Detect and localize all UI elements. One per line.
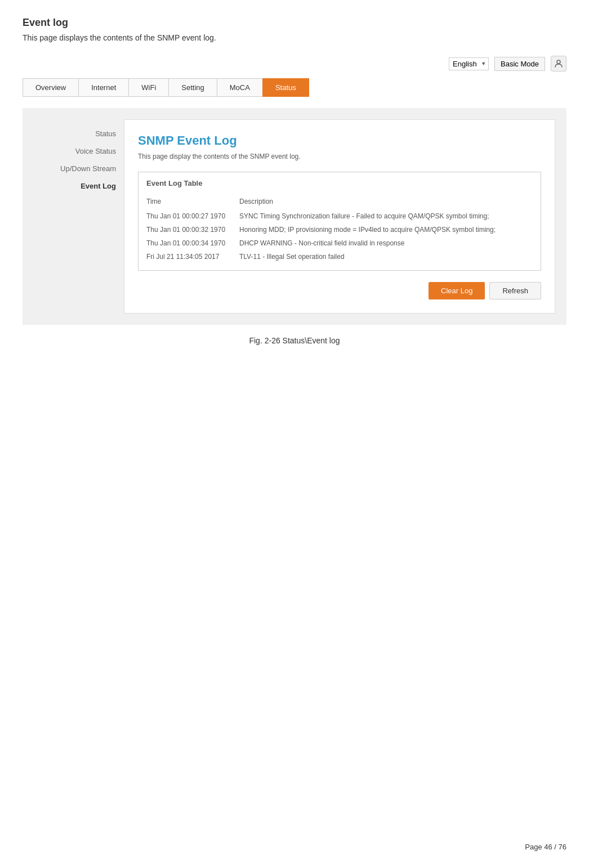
sidebar-item-status[interactable]: Status: [34, 125, 124, 142]
log-description-cell: Honoring MDD; IP provisioning mode = IPv…: [239, 223, 533, 236]
panel-title: SNMP Event Log: [138, 133, 541, 148]
sidebar-item-updown-stream[interactable]: Up/Down Stream: [34, 160, 124, 177]
svg-point-0: [557, 60, 560, 64]
sidebar: Status Voice Status Up/Down Stream Event…: [34, 119, 124, 314]
log-description-cell: SYNC Timing Synchronization failure - Fa…: [239, 210, 533, 223]
event-log-table-title: Event Log Table: [146, 179, 533, 187]
main-layout: Status Voice Status Up/Down Stream Event…: [23, 108, 566, 325]
clear-log-button[interactable]: Clear Log: [429, 282, 485, 299]
basic-mode-button[interactable]: Basic Mode: [494, 57, 545, 71]
log-time-cell: Thu Jan 01 00:00:32 1970: [146, 223, 239, 236]
log-time-cell: Fri Jul 21 11:34:05 2017: [146, 250, 239, 263]
tab-wifi[interactable]: WiFi: [128, 78, 168, 97]
button-row: Clear Log Refresh: [138, 282, 541, 299]
nav-tabs: Overview Internet WiFi Setting MoCA Stat…: [23, 78, 566, 97]
tab-overview[interactable]: Overview: [23, 78, 78, 97]
top-bar: English Basic Mode: [23, 56, 566, 71]
table-row: Thu Jan 01 00:00:27 1970SYNC Timing Sync…: [146, 210, 533, 223]
page-footer: Page 46 / 76: [525, 843, 566, 851]
col-header-time: Time: [146, 195, 239, 210]
page-heading: Event log: [23, 17, 566, 29]
col-header-description: Description: [239, 195, 533, 210]
language-select[interactable]: English: [449, 57, 489, 70]
sidebar-item-voice-status[interactable]: Voice Status: [34, 142, 124, 160]
table-row: Thu Jan 01 00:00:32 1970Honoring MDD; IP…: [146, 223, 533, 236]
table-row: Fri Jul 21 11:34:05 2017TLV-11 - Illegal…: [146, 250, 533, 263]
panel-description: This page display the contents of the SN…: [138, 153, 541, 160]
log-time-cell: Thu Jan 01 00:00:34 1970: [146, 236, 239, 250]
language-wrapper[interactable]: English: [449, 57, 489, 70]
content-panel: SNMP Event Log This page display the con…: [124, 119, 555, 314]
figure-caption: Fig. 2-26 Status\Event log: [23, 336, 566, 345]
tab-moca[interactable]: MoCA: [217, 78, 262, 97]
tab-setting[interactable]: Setting: [168, 78, 216, 97]
page-subtext: This page displays the contents of the S…: [23, 33, 566, 42]
log-description-cell: TLV-11 - Illegal Set operation failed: [239, 250, 533, 263]
log-description-cell: DHCP WARNING - Non-critical field invali…: [239, 236, 533, 250]
refresh-button[interactable]: Refresh: [489, 282, 541, 299]
tab-status[interactable]: Status: [262, 78, 309, 97]
log-table: Time Description Thu Jan 01 00:00:27 197…: [146, 195, 533, 263]
tab-internet[interactable]: Internet: [78, 78, 128, 97]
table-row: Thu Jan 01 00:00:34 1970DHCP WARNING - N…: [146, 236, 533, 250]
event-log-table-container: Event Log Table Time Description Thu Jan…: [138, 172, 541, 271]
log-time-cell: Thu Jan 01 00:00:27 1970: [146, 210, 239, 223]
user-icon[interactable]: [551, 56, 566, 71]
sidebar-item-event-log[interactable]: Event Log: [34, 177, 124, 195]
